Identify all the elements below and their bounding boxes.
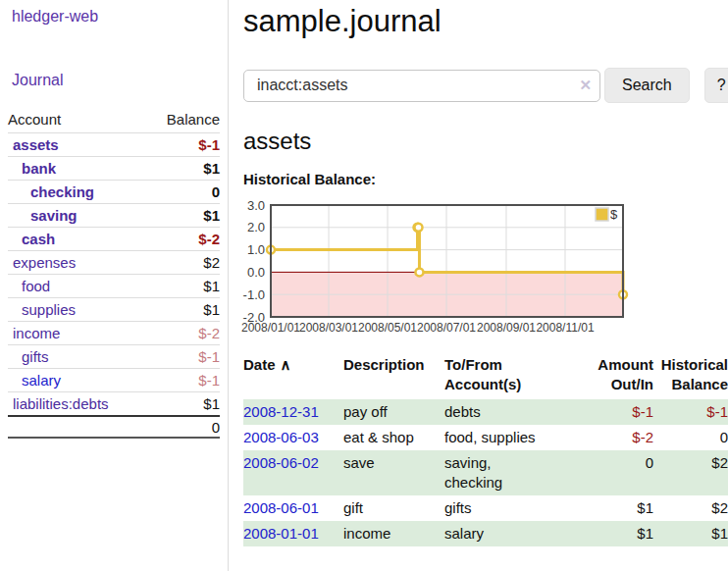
account-row: supplies$1: [8, 297, 220, 321]
search-input[interactable]: [243, 70, 600, 102]
x-tick-label: 2008/01/01: [241, 321, 300, 335]
transaction-row: 2008-01-01incomesalary$1$1: [243, 521, 728, 546]
account-balance: $1: [203, 301, 220, 318]
transaction-description: save: [343, 450, 444, 495]
y-tick-label: 0.0: [247, 265, 265, 280]
account-balance: 0: [212, 183, 220, 200]
search-button[interactable]: Search: [604, 68, 690, 103]
transaction-balance: $-1: [653, 399, 728, 425]
transaction-row: 2008-06-03eat & shopfood, supplies$-20: [243, 425, 728, 450]
description-column-header: Description: [343, 355, 444, 399]
account-balance: $1: [203, 160, 220, 177]
amount-column-header: AmountOut/In: [577, 355, 653, 399]
account-row: salary$-1: [8, 368, 220, 391]
transaction-accounts: debts: [444, 402, 577, 422]
transaction-date-link[interactable]: 2008-12-31: [243, 403, 319, 420]
account-balance: $-1: [198, 136, 220, 153]
sidebar: hledger-web Journal Account Balance asse…: [0, 0, 229, 571]
account-link[interactable]: gifts: [8, 348, 49, 365]
account-link[interactable]: food: [8, 278, 50, 294]
x-tick-label: 2008/07/01: [417, 321, 476, 335]
account-link[interactable]: checking: [8, 183, 94, 200]
account-row: food$1: [8, 274, 220, 297]
account-link[interactable]: saving: [8, 207, 78, 224]
account-balance: $1: [203, 278, 220, 294]
account-row: gifts$-1: [8, 344, 220, 368]
account-column-header-main: To/FromAccount(s): [444, 355, 577, 399]
account-row: cash$-2: [8, 227, 220, 250]
header-line: Historical: [653, 355, 728, 375]
account-link[interactable]: income: [8, 325, 60, 341]
transaction-accounts: saving,: [444, 453, 577, 473]
transaction-amount: $-1: [577, 399, 653, 425]
account-link[interactable]: assets: [8, 136, 59, 153]
transaction-amount: $1: [577, 521, 653, 546]
account-total-row: 0: [8, 415, 220, 439]
transaction-accounts: food, supplies: [444, 428, 577, 447]
transaction-balance: $1: [653, 521, 728, 546]
account-rows: assets$-1bank$1checking0saving$1cash$-2e…: [8, 132, 220, 415]
transaction-accounts: gifts: [444, 498, 577, 518]
y-tick-label: 2.0: [247, 220, 265, 234]
sort-ascending-icon: ∧: [276, 356, 291, 373]
transaction-description: income: [343, 521, 444, 546]
header-line: Amount: [577, 355, 653, 375]
header-line: To/From: [444, 355, 577, 375]
account-table-header: Account Balance: [8, 110, 220, 132]
account-row: liabilities:debts$1: [8, 391, 220, 415]
header-line: Account(s): [444, 375, 577, 394]
account-row: saving$1: [8, 203, 220, 227]
account-link[interactable]: liabilities:debts: [8, 395, 109, 412]
register-table: Date∧ Description To/FromAccount(s) Amou…: [243, 355, 728, 546]
account-balance: $-2: [198, 231, 220, 247]
transaction-amount: $1: [577, 495, 653, 521]
account-link[interactable]: cash: [8, 231, 55, 247]
transaction-description: eat & shop: [343, 425, 444, 450]
account-column-header: Account: [8, 110, 61, 132]
transaction-accounts: checking: [444, 473, 577, 493]
header-line: Description: [343, 355, 444, 375]
balance-column-header-main: HistoricalBalance: [653, 355, 728, 399]
account-balance: $2: [203, 254, 220, 271]
account-row: expenses$2: [8, 250, 220, 274]
date-header-label: Date: [243, 356, 276, 373]
page-title: sample.journal: [243, 4, 728, 39]
transaction-description: pay off: [343, 399, 444, 425]
app-title-link[interactable]: hledger-web: [12, 8, 228, 26]
help-button[interactable]: ?: [704, 68, 728, 103]
account-balance: $1: [203, 395, 220, 412]
hledger-web-app: hledger-web Journal Account Balance asse…: [0, 0, 728, 571]
account-balance: $1: [203, 207, 220, 224]
transaction-row: 2008-12-31pay offdebts$-1$-1: [243, 399, 728, 425]
account-link[interactable]: bank: [8, 160, 56, 177]
legend-label: $: [610, 207, 618, 222]
transaction-description: gift: [343, 495, 444, 521]
clear-search-icon[interactable]: ✕: [579, 77, 592, 94]
data-point-marker: [415, 268, 423, 276]
historical-balance-chart[interactable]: $3.02.01.00.0-1.0-2.02008/01/012008/03/0…: [235, 197, 728, 337]
account-row: bank$1: [8, 156, 220, 180]
transaction-date-link[interactable]: 2008-06-01: [243, 499, 319, 516]
journal-link[interactable]: Journal: [12, 72, 228, 89]
header-line: Balance: [653, 375, 728, 394]
main-content: sample.journal ✕ Search ? assets Histori…: [229, 0, 728, 571]
data-point-marker: [414, 224, 422, 232]
transaction-date-link[interactable]: 2008-06-02: [243, 454, 319, 471]
transaction-balance: 0: [653, 425, 728, 450]
transaction-accounts: salary: [444, 524, 577, 544]
account-link[interactable]: supplies: [8, 301, 76, 318]
account-row: income$-2: [8, 321, 220, 344]
transaction-date-link[interactable]: 2008-01-01: [243, 525, 319, 542]
account-link[interactable]: expenses: [8, 254, 76, 271]
register-header-row: Date∧ Description To/FromAccount(s) Amou…: [243, 355, 728, 399]
transaction-amount: 0: [577, 450, 653, 495]
transaction-date-link[interactable]: 2008-06-03: [243, 429, 319, 445]
balance-column-header: Balance: [167, 110, 220, 132]
transaction-balance: $2: [653, 450, 728, 495]
account-link[interactable]: salary: [8, 372, 61, 389]
date-column-header[interactable]: Date∧: [243, 355, 343, 399]
y-tick-label: -1.0: [243, 287, 265, 302]
account-balance: $-1: [198, 348, 220, 365]
y-tick-label: 1.0: [247, 242, 265, 257]
chart-title: Historical Balance:: [243, 171, 728, 187]
